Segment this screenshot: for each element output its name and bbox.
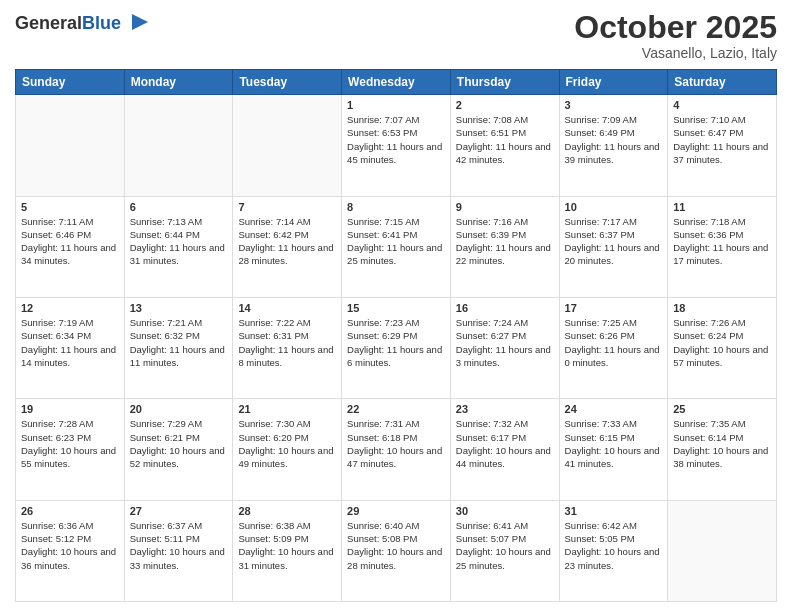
table-row: 8Sunrise: 7:15 AMSunset: 6:41 PMDaylight… bbox=[342, 196, 451, 297]
calendar-week-row: 5Sunrise: 7:11 AMSunset: 6:46 PMDaylight… bbox=[16, 196, 777, 297]
day-number: 18 bbox=[673, 302, 771, 314]
table-row: 25Sunrise: 7:35 AMSunset: 6:14 PMDayligh… bbox=[668, 399, 777, 500]
day-detail: Sunrise: 7:22 AMSunset: 6:31 PMDaylight:… bbox=[238, 316, 336, 369]
day-number: 1 bbox=[347, 99, 445, 111]
sunset-text: Sunset: 6:44 PM bbox=[130, 229, 200, 240]
day-number: 22 bbox=[347, 403, 445, 415]
sunset-text: Sunset: 6:47 PM bbox=[673, 127, 743, 138]
sunset-text: Sunset: 6:27 PM bbox=[456, 330, 526, 341]
sunrise-text: Sunrise: 7:19 AM bbox=[21, 317, 93, 328]
calendar-header-row: Sunday Monday Tuesday Wednesday Thursday… bbox=[16, 70, 777, 95]
daylight-text: Daylight: 11 hours and 28 minutes. bbox=[238, 242, 333, 266]
table-row: 6Sunrise: 7:13 AMSunset: 6:44 PMDaylight… bbox=[124, 196, 233, 297]
day-detail: Sunrise: 7:28 AMSunset: 6:23 PMDaylight:… bbox=[21, 417, 119, 470]
table-row: 23Sunrise: 7:32 AMSunset: 6:17 PMDayligh… bbox=[450, 399, 559, 500]
table-row bbox=[16, 95, 125, 196]
daylight-text: Daylight: 10 hours and 36 minutes. bbox=[21, 546, 116, 570]
daylight-text: Daylight: 10 hours and 23 minutes. bbox=[565, 546, 660, 570]
daylight-text: Daylight: 11 hours and 31 minutes. bbox=[130, 242, 225, 266]
sunset-text: Sunset: 6:53 PM bbox=[347, 127, 417, 138]
sunrise-text: Sunrise: 7:14 AM bbox=[238, 216, 310, 227]
location-subtitle: Vasanello, Lazio, Italy bbox=[574, 45, 777, 61]
col-thursday: Thursday bbox=[450, 70, 559, 95]
table-row: 9Sunrise: 7:16 AMSunset: 6:39 PMDaylight… bbox=[450, 196, 559, 297]
sunrise-text: Sunrise: 6:40 AM bbox=[347, 520, 419, 531]
sunset-text: Sunset: 5:08 PM bbox=[347, 533, 417, 544]
table-row: 4Sunrise: 7:10 AMSunset: 6:47 PMDaylight… bbox=[668, 95, 777, 196]
day-detail: Sunrise: 7:29 AMSunset: 6:21 PMDaylight:… bbox=[130, 417, 228, 470]
day-number: 10 bbox=[565, 201, 663, 213]
sunrise-text: Sunrise: 6:38 AM bbox=[238, 520, 310, 531]
daylight-text: Daylight: 11 hours and 45 minutes. bbox=[347, 141, 442, 165]
daylight-text: Daylight: 11 hours and 22 minutes. bbox=[456, 242, 551, 266]
sunset-text: Sunset: 6:51 PM bbox=[456, 127, 526, 138]
daylight-text: Daylight: 11 hours and 42 minutes. bbox=[456, 141, 551, 165]
table-row: 15Sunrise: 7:23 AMSunset: 6:29 PMDayligh… bbox=[342, 297, 451, 398]
day-detail: Sunrise: 7:24 AMSunset: 6:27 PMDaylight:… bbox=[456, 316, 554, 369]
col-wednesday: Wednesday bbox=[342, 70, 451, 95]
logo-blue-text: Blue bbox=[82, 13, 121, 33]
svg-marker-0 bbox=[132, 14, 148, 30]
calendar-week-row: 26Sunrise: 6:36 AMSunset: 5:12 PMDayligh… bbox=[16, 500, 777, 601]
title-block: October 2025 Vasanello, Lazio, Italy bbox=[574, 10, 777, 61]
day-number: 9 bbox=[456, 201, 554, 213]
day-detail: Sunrise: 7:15 AMSunset: 6:41 PMDaylight:… bbox=[347, 215, 445, 268]
day-number: 17 bbox=[565, 302, 663, 314]
day-detail: Sunrise: 6:37 AMSunset: 5:11 PMDaylight:… bbox=[130, 519, 228, 572]
daylight-text: Daylight: 10 hours and 33 minutes. bbox=[130, 546, 225, 570]
table-row bbox=[668, 500, 777, 601]
daylight-text: Daylight: 10 hours and 52 minutes. bbox=[130, 445, 225, 469]
sunrise-text: Sunrise: 7:08 AM bbox=[456, 114, 528, 125]
day-detail: Sunrise: 7:23 AMSunset: 6:29 PMDaylight:… bbox=[347, 316, 445, 369]
daylight-text: Daylight: 10 hours and 44 minutes. bbox=[456, 445, 551, 469]
day-number: 24 bbox=[565, 403, 663, 415]
daylight-text: Daylight: 10 hours and 41 minutes. bbox=[565, 445, 660, 469]
daylight-text: Daylight: 11 hours and 11 minutes. bbox=[130, 344, 225, 368]
sunset-text: Sunset: 5:11 PM bbox=[130, 533, 200, 544]
table-row: 10Sunrise: 7:17 AMSunset: 6:37 PMDayligh… bbox=[559, 196, 668, 297]
sunset-text: Sunset: 6:37 PM bbox=[565, 229, 635, 240]
daylight-text: Daylight: 10 hours and 31 minutes. bbox=[238, 546, 333, 570]
col-tuesday: Tuesday bbox=[233, 70, 342, 95]
sunrise-text: Sunrise: 7:35 AM bbox=[673, 418, 745, 429]
logo-flag-icon bbox=[124, 10, 152, 38]
logo: GeneralBlue bbox=[15, 10, 152, 38]
table-row: 7Sunrise: 7:14 AMSunset: 6:42 PMDaylight… bbox=[233, 196, 342, 297]
day-detail: Sunrise: 7:08 AMSunset: 6:51 PMDaylight:… bbox=[456, 113, 554, 166]
table-row: 28Sunrise: 6:38 AMSunset: 5:09 PMDayligh… bbox=[233, 500, 342, 601]
sunset-text: Sunset: 6:39 PM bbox=[456, 229, 526, 240]
table-row: 26Sunrise: 6:36 AMSunset: 5:12 PMDayligh… bbox=[16, 500, 125, 601]
day-detail: Sunrise: 7:25 AMSunset: 6:26 PMDaylight:… bbox=[565, 316, 663, 369]
sunset-text: Sunset: 6:36 PM bbox=[673, 229, 743, 240]
col-sunday: Sunday bbox=[16, 70, 125, 95]
day-detail: Sunrise: 6:38 AMSunset: 5:09 PMDaylight:… bbox=[238, 519, 336, 572]
sunset-text: Sunset: 6:42 PM bbox=[238, 229, 308, 240]
table-row bbox=[124, 95, 233, 196]
day-number: 29 bbox=[347, 505, 445, 517]
col-saturday: Saturday bbox=[668, 70, 777, 95]
sunrise-text: Sunrise: 7:10 AM bbox=[673, 114, 745, 125]
sunset-text: Sunset: 6:21 PM bbox=[130, 432, 200, 443]
day-number: 7 bbox=[238, 201, 336, 213]
sunset-text: Sunset: 5:12 PM bbox=[21, 533, 91, 544]
day-number: 14 bbox=[238, 302, 336, 314]
daylight-text: Daylight: 11 hours and 17 minutes. bbox=[673, 242, 768, 266]
daylight-text: Daylight: 10 hours and 25 minutes. bbox=[456, 546, 551, 570]
day-number: 12 bbox=[21, 302, 119, 314]
sunset-text: Sunset: 6:26 PM bbox=[565, 330, 635, 341]
table-row: 13Sunrise: 7:21 AMSunset: 6:32 PMDayligh… bbox=[124, 297, 233, 398]
day-number: 27 bbox=[130, 505, 228, 517]
day-detail: Sunrise: 7:07 AMSunset: 6:53 PMDaylight:… bbox=[347, 113, 445, 166]
table-row: 27Sunrise: 6:37 AMSunset: 5:11 PMDayligh… bbox=[124, 500, 233, 601]
sunrise-text: Sunrise: 7:33 AM bbox=[565, 418, 637, 429]
sunrise-text: Sunrise: 7:22 AM bbox=[238, 317, 310, 328]
sunrise-text: Sunrise: 6:36 AM bbox=[21, 520, 93, 531]
table-row: 29Sunrise: 6:40 AMSunset: 5:08 PMDayligh… bbox=[342, 500, 451, 601]
day-number: 21 bbox=[238, 403, 336, 415]
daylight-text: Daylight: 11 hours and 20 minutes. bbox=[565, 242, 660, 266]
sunrise-text: Sunrise: 7:18 AM bbox=[673, 216, 745, 227]
header: GeneralBlue October 2025 Vasanello, Lazi… bbox=[15, 10, 777, 61]
sunrise-text: Sunrise: 7:16 AM bbox=[456, 216, 528, 227]
sunrise-text: Sunrise: 7:17 AM bbox=[565, 216, 637, 227]
day-number: 4 bbox=[673, 99, 771, 111]
